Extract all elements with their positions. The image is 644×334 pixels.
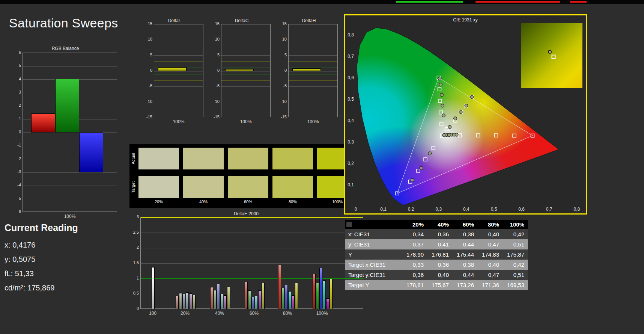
deltae-bar <box>330 279 333 309</box>
reading-x-label: x: <box>5 241 11 249</box>
measured-point <box>448 125 451 129</box>
deltae-bar <box>288 291 291 309</box>
svg-text:0,7: 0,7 <box>546 207 552 212</box>
table-cell: 0,36 <box>402 270 427 280</box>
grid-line <box>289 74 337 74</box>
axis-tick-label: 3 <box>11 90 21 94</box>
deltae-bar <box>278 265 281 309</box>
deltae-bar <box>248 290 251 309</box>
axis-tick-label: -10 <box>209 99 220 104</box>
grid-line <box>221 74 270 74</box>
swatch <box>228 176 268 198</box>
deltae-bar <box>227 287 230 309</box>
axis-tick-label: -5 <box>142 83 152 88</box>
table-row-label: x: CIE31 <box>345 229 402 239</box>
table-header-cell: 80% <box>478 220 503 229</box>
swatch <box>183 176 224 198</box>
axis-tick-label: -15 <box>142 115 152 119</box>
axis-tick-label: 6 <box>11 50 21 54</box>
table-cell: 0,33 <box>402 260 427 270</box>
deltae-x-label: 100% <box>311 311 333 316</box>
current-reading-heading: Current Reading <box>5 222 121 233</box>
deltae-bar <box>313 274 316 309</box>
table-cell: 0,41 <box>427 239 453 249</box>
grid-line <box>221 80 270 80</box>
axis-tick-label: -10 <box>276 99 287 104</box>
axis-tick-label: 3 <box>128 215 139 219</box>
swatch <box>138 148 179 169</box>
swatch <box>138 176 179 198</box>
tab-indicator-green[interactable] <box>396 1 463 3</box>
deltae-bar <box>326 298 329 309</box>
table-header-cell: 40% <box>427 220 453 229</box>
table-row-label: Target x:CIE31 <box>345 260 402 270</box>
grid-line <box>221 86 270 87</box>
axis-tick-label: -6 <box>11 209 21 214</box>
table-cell: 0,40 <box>427 270 453 280</box>
svg-text:0,8: 0,8 <box>573 207 580 212</box>
table-cell: 0,51 <box>503 270 528 280</box>
grid-line <box>154 62 203 62</box>
grid-line <box>289 40 337 40</box>
axis-tick-label: 15 <box>209 21 220 26</box>
rgb-balance-chart[interactable]: RGB Balance -6-5-4-3-2-10123456100% <box>11 46 119 225</box>
deltae-bar <box>217 284 220 309</box>
plot-area <box>288 24 338 117</box>
measured-point <box>428 152 432 155</box>
table-header-cell: 100% <box>503 220 528 229</box>
table-cell: 0,47 <box>478 270 503 280</box>
axis-tick-label: 1 <box>128 276 139 280</box>
grid-line <box>154 74 203 74</box>
bar-blue <box>79 133 103 172</box>
grid-line <box>141 263 363 264</box>
cie-1931-chart[interactable]: CIE 1931 xy 00,10,20,30,40,50,60,70,80,1… <box>344 14 587 215</box>
swatch-row-label: Actual <box>129 148 137 169</box>
reading-y-label: y: <box>5 255 11 263</box>
tab-indicator-red-1[interactable] <box>475 1 560 3</box>
calibration-workspace: Saturation Sweeps RGB Balance -6-5-4-3-2… <box>0 0 644 334</box>
grid-line <box>289 80 337 80</box>
table-cell: 0,44 <box>453 270 478 280</box>
table-cell: 174,83 <box>478 249 503 260</box>
table-cell: 0,34 <box>402 229 427 239</box>
axis-tick-label: -5 <box>209 83 220 88</box>
table-cell: 175,44 <box>453 249 478 260</box>
reading-cdm2: cd/m²: 175,869 <box>5 281 121 295</box>
saturation-swatch-panel[interactable]: ActualTarget20%40%60%80%100% <box>129 144 368 208</box>
grid-line <box>289 102 337 102</box>
table-cell: 0,40 <box>478 260 503 270</box>
tab-indicator-red-2[interactable] <box>570 1 587 3</box>
axis-tick-label: 0 <box>142 68 152 73</box>
axis-tick-label: -15 <box>276 115 287 119</box>
x-axis-label: 100% <box>288 119 338 124</box>
svg-text:0,7: 0,7 <box>348 54 354 59</box>
swatch-row-label-text: Target <box>131 181 135 193</box>
swatch-col-label: 60% <box>228 199 268 204</box>
delta-e-title: DeltaE 2000 <box>124 211 369 216</box>
swatch-col-label: 80% <box>272 199 313 204</box>
axis-tick-label: 10 <box>142 37 152 41</box>
delta-c-chart[interactable]: DeltaC 151050-5-10-15100% <box>210 18 274 128</box>
axis-tick-label: 0 <box>276 68 287 73</box>
deltae-bar <box>295 283 298 309</box>
deltae-bar <box>152 267 155 309</box>
deltae-bar <box>186 292 189 309</box>
svg-text:0,4: 0,4 <box>348 118 354 123</box>
table-cell: 171,36 <box>478 280 503 290</box>
measured-point <box>411 178 414 182</box>
reading-x: x: 0,4176 <box>5 238 121 252</box>
deltae-bar <box>323 280 326 309</box>
deltae-bar <box>179 293 182 309</box>
table-header-cell: 60% <box>453 220 478 229</box>
measured-point <box>438 77 441 80</box>
delta-l-chart[interactable]: DeltaL 151050-5-10-15100% <box>143 18 206 128</box>
axis-tick-label: 5 <box>142 53 152 57</box>
delta-e-2000-chart[interactable]: DeltaE 2000 00,511,522,5310020%40%60%80%… <box>124 211 369 322</box>
delta-h-chart[interactable]: DeltaH 151050-5-10-15100% <box>277 18 341 128</box>
table-cell: 175,87 <box>503 249 528 260</box>
table-header-cell: 20% <box>402 220 427 229</box>
table-header-corner <box>345 220 402 229</box>
table-cell: 0,44 <box>453 239 478 249</box>
svg-text:0,5: 0,5 <box>491 207 497 212</box>
swatch <box>272 148 313 169</box>
